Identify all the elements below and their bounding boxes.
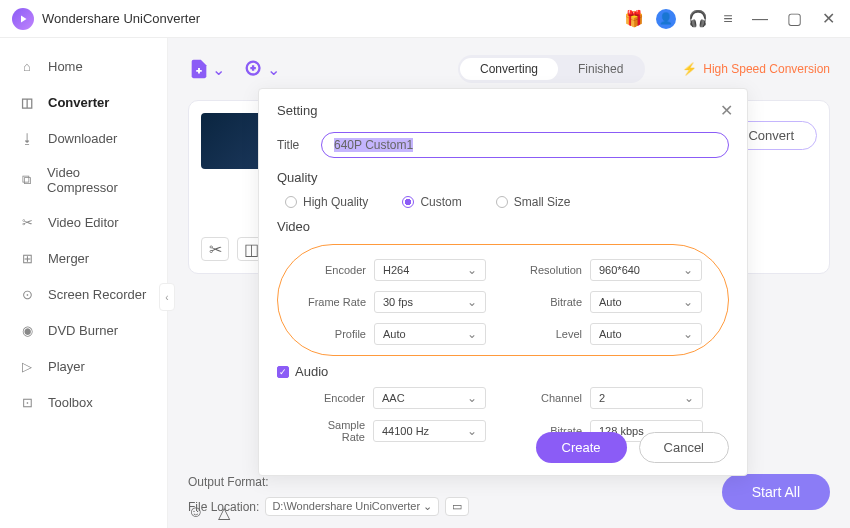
notification-icon[interactable]: △	[216, 504, 232, 520]
sidebar-item-downloader[interactable]: ⭳Downloader	[0, 120, 167, 156]
high-speed-toggle[interactable]: ⚡High Speed Conversion	[682, 62, 830, 76]
audio-channel-select[interactable]: 2	[590, 387, 703, 409]
sidebar: ⌂Home ◫Converter ⭳Downloader ⧉Video Comp…	[0, 38, 168, 528]
sidebar-item-label: Video Editor	[48, 215, 119, 230]
modal-heading: Setting	[277, 103, 729, 118]
add-file-button[interactable]: ⌄	[188, 58, 225, 80]
video-bitrate-select[interactable]: Auto	[590, 291, 702, 313]
file-location-select[interactable]: D:\Wondershare UniConverter ⌄	[265, 497, 439, 516]
audio-encoder-select[interactable]: AAC	[373, 387, 486, 409]
sidebar-item-compressor[interactable]: ⧉Video Compressor	[0, 156, 167, 204]
sidebar-item-label: DVD Burner	[48, 323, 118, 338]
add-url-button[interactable]: ⌄	[243, 58, 280, 80]
video-resolution-select[interactable]: 960*640	[590, 259, 702, 281]
sidebar-item-label: Video Compressor	[47, 165, 149, 195]
quality-heading: Quality	[277, 170, 729, 185]
chevron-down-icon: ⌄	[267, 60, 280, 79]
settings-modal: ✕ Setting Title Quality High Quality Cus…	[258, 88, 748, 476]
chevron-down-icon: ⌄	[212, 60, 225, 79]
cancel-button[interactable]: Cancel	[639, 432, 729, 463]
sidebar-item-label: Downloader	[48, 131, 117, 146]
feedback-icon[interactable]: ☺	[188, 504, 204, 520]
output-format-label: Output Format:	[188, 475, 269, 489]
create-button[interactable]: Create	[536, 432, 627, 463]
dvd-icon: ◉	[18, 321, 36, 339]
titlebar: Wondershare UniConverter 🎁 👤 🎧 ≡ — ▢ ✕	[0, 0, 850, 38]
play-icon: ▷	[18, 357, 36, 375]
sidebar-item-label: Screen Recorder	[48, 287, 146, 302]
user-avatar-icon[interactable]: 👤	[656, 9, 676, 29]
sidebar-item-label: Home	[48, 59, 83, 74]
title-label: Title	[277, 138, 311, 152]
start-all-button[interactable]: Start All	[722, 474, 830, 510]
modal-close-button[interactable]: ✕	[720, 101, 733, 120]
sidebar-item-merger[interactable]: ⊞Merger	[0, 240, 167, 276]
tabs: Converting Finished	[458, 55, 645, 83]
app-title: Wondershare UniConverter	[42, 11, 200, 26]
radio-icon	[496, 196, 508, 208]
video-params-highlight: EncoderH264 Resolution960*640 Frame Rate…	[277, 244, 729, 356]
sidebar-item-label: Toolbox	[48, 395, 93, 410]
sidebar-item-label: Converter	[48, 95, 109, 110]
quality-small[interactable]: Small Size	[496, 195, 571, 209]
tab-converting[interactable]: Converting	[460, 58, 558, 80]
support-icon[interactable]: 🎧	[690, 11, 706, 27]
radio-icon	[285, 196, 297, 208]
home-icon: ⌂	[18, 57, 36, 75]
record-icon: ⊙	[18, 285, 36, 303]
convert-icon: ◫	[18, 93, 36, 111]
toolbar: ⌄ ⌄ Converting Finished ⚡High Speed Conv…	[188, 50, 830, 88]
sidebar-item-home[interactable]: ⌂Home	[0, 48, 167, 84]
app-logo-icon	[12, 8, 34, 30]
video-heading: Video	[277, 219, 729, 234]
sidebar-item-converter[interactable]: ◫Converter	[0, 84, 167, 120]
download-icon: ⭳	[18, 129, 36, 147]
quality-custom[interactable]: Custom	[402, 195, 461, 209]
gift-icon[interactable]: 🎁	[626, 11, 642, 27]
radio-icon	[402, 196, 414, 208]
sidebar-item-editor[interactable]: ✂Video Editor	[0, 204, 167, 240]
sidebar-item-label: Player	[48, 359, 85, 374]
audio-samplerate-select[interactable]: 44100 Hz	[373, 420, 486, 442]
minimize-button[interactable]: —	[750, 9, 770, 29]
audio-heading: Audio	[295, 364, 328, 379]
open-folder-button[interactable]: ▭	[445, 497, 469, 516]
close-button[interactable]: ✕	[818, 9, 838, 29]
sidebar-item-label: Merger	[48, 251, 89, 266]
compress-icon: ⧉	[18, 171, 35, 189]
title-input[interactable]	[321, 132, 729, 158]
video-framerate-select[interactable]: 30 fps	[374, 291, 486, 313]
edit-icon: ✂	[18, 213, 36, 231]
tools-icon: ⊡	[18, 393, 36, 411]
merge-icon: ⊞	[18, 249, 36, 267]
maximize-button[interactable]: ▢	[784, 9, 804, 29]
menu-icon[interactable]: ≡	[720, 11, 736, 27]
sidebar-item-toolbox[interactable]: ⊡Toolbox	[0, 384, 167, 420]
tab-finished[interactable]: Finished	[558, 58, 643, 80]
sidebar-item-dvd[interactable]: ◉DVD Burner	[0, 312, 167, 348]
quality-high[interactable]: High Quality	[285, 195, 368, 209]
sidebar-item-recorder[interactable]: ⊙Screen Recorder	[0, 276, 167, 312]
audio-checkbox[interactable]: ✓	[277, 366, 289, 378]
lightning-icon: ⚡	[682, 62, 697, 76]
video-encoder-select[interactable]: H264	[374, 259, 486, 281]
trim-button[interactable]: ✂	[201, 237, 229, 261]
sidebar-item-player[interactable]: ▷Player	[0, 348, 167, 384]
video-level-select[interactable]: Auto	[590, 323, 702, 345]
video-profile-select[interactable]: Auto	[374, 323, 486, 345]
